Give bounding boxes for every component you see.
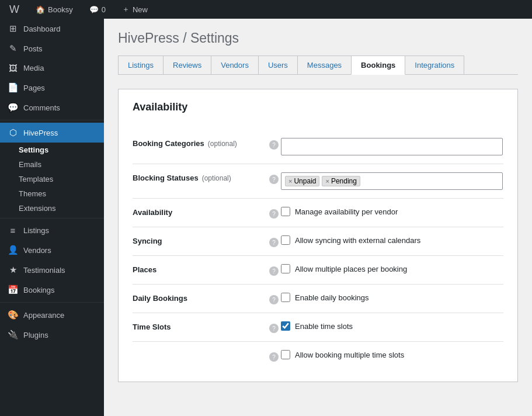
- sidebar-item-dashboard-label: Dashboard: [23, 25, 61, 33]
- sidebar-item-vendors[interactable]: 👤 Vendors: [0, 240, 104, 260]
- places-help-col: ?: [267, 264, 281, 276]
- wp-logo-button[interactable]: W: [5, 0, 24, 19]
- tag-unpaid-remove[interactable]: ×: [288, 178, 292, 185]
- availability-checkbox-row: Manage availability per vendor: [281, 207, 398, 216]
- syncing-checkbox-row: Allow syncing with external calendars: [281, 235, 420, 245]
- sidebar-item-pages[interactable]: 📄 Pages: [0, 78, 104, 98]
- comments-button[interactable]: 💬 0: [85, 0, 110, 19]
- setting-label-syncing: Syncing: [133, 237, 162, 245]
- sidebar-section-appearance: 🎨 Appearance 🔌 Plugins: [0, 302, 104, 345]
- sidebar-item-testimonials[interactable]: ★ Testimonials: [0, 260, 104, 280]
- sidebar-item-bookings[interactable]: 📅 Bookings: [0, 280, 104, 300]
- setting-row-time-slots: Time Slots ? Enable time slots: [133, 313, 503, 342]
- sidebar-item-media-label: Media: [23, 64, 44, 72]
- sidebar-item-posts[interactable]: ✎ Posts: [0, 39, 104, 58]
- sidebar-item-appearance[interactable]: 🎨 Appearance: [0, 305, 104, 325]
- syncing-control: Allow syncing with external calendars: [281, 235, 503, 245]
- availability-checkbox[interactable]: [281, 207, 290, 216]
- appearance-icon: 🎨: [7, 310, 19, 320]
- daily-bookings-checkbox[interactable]: [281, 293, 290, 302]
- time-slots-control: Enable time slots: [281, 321, 503, 331]
- setting-row-availability: Availability ? Manage availability per v…: [133, 199, 503, 227]
- multiple-time-slots-help-icon[interactable]: ?: [269, 352, 279, 362]
- multiple-time-slots-checkbox[interactable]: [281, 350, 290, 359]
- wp-logo-icon: W: [9, 4, 19, 16]
- availability-checkbox-label: Manage availability per vendor: [295, 207, 398, 216]
- multiple-time-slots-help-col: ?: [267, 350, 281, 362]
- listings-icon: ≡: [7, 226, 19, 235]
- posts-icon: ✎: [7, 43, 19, 54]
- daily-bookings-help-icon[interactable]: ?: [269, 295, 279, 304]
- availability-help-icon[interactable]: ?: [269, 209, 279, 219]
- blocking-statuses-control: × Unpaid × Pending: [281, 172, 503, 190]
- sidebar-item-hivepress[interactable]: ⬡ HivePress: [0, 123, 104, 143]
- tag-pending-label: Pending: [331, 177, 357, 185]
- sidebar-subitem-emails[interactable]: Emails: [0, 157, 104, 172]
- site-icon: 🏠: [36, 5, 45, 14]
- sidebar-item-dashboard[interactable]: ⊞ Dashboard: [0, 19, 104, 39]
- syncing-help-icon[interactable]: ?: [269, 238, 279, 247]
- tag-unpaid-label: Unpaid: [294, 177, 316, 185]
- blocking-statuses-tag-input[interactable]: × Unpaid × Pending: [281, 172, 503, 190]
- setting-label-daily-bookings: Daily Bookings: [133, 294, 187, 303]
- tag-pending-remove[interactable]: ×: [325, 178, 329, 185]
- sidebar-item-comments[interactable]: 💬 Comments: [0, 98, 104, 117]
- blocking-statuses-help-col: ?: [267, 172, 281, 184]
- tab-users[interactable]: Users: [258, 56, 298, 74]
- sidebar-section-hivepress: ⬡ HivePress Settings Emails Templates Th…: [0, 120, 104, 216]
- time-slots-help-icon[interactable]: ?: [269, 324, 279, 333]
- blocking-statuses-help-icon[interactable]: ?: [269, 175, 279, 184]
- setting-label-syncing-col: Syncing: [133, 235, 267, 245]
- places-help-icon[interactable]: ?: [269, 266, 279, 276]
- site-name-label: Booksy: [48, 5, 73, 14]
- tabs-bar: Listings Reviews Vendors Users Messages …: [118, 56, 518, 75]
- booking-categories-input[interactable]: [281, 138, 503, 155]
- setting-label-time-slots-col: Time Slots: [133, 321, 267, 331]
- tab-messages[interactable]: Messages: [297, 56, 352, 74]
- time-slots-checkbox[interactable]: [281, 321, 290, 331]
- sidebar-item-listings[interactable]: ≡ Listings: [0, 221, 104, 240]
- tab-vendors[interactable]: Vendors: [211, 56, 259, 74]
- sidebar-item-bookings-label: Bookings: [23, 286, 54, 294]
- site-name-button[interactable]: 🏠 Booksy: [31, 0, 78, 19]
- new-label: New: [133, 5, 148, 14]
- daily-bookings-help-col: ?: [267, 293, 281, 304]
- bookings-icon: 📅: [7, 285, 19, 295]
- sidebar-item-listings-label: Listings: [23, 226, 49, 235]
- syncing-checkbox[interactable]: [281, 235, 290, 245]
- booking-categories-help-icon[interactable]: ?: [269, 140, 279, 150]
- tab-bookings[interactable]: Bookings: [351, 56, 405, 75]
- setting-row-places: Places ? Allow multiple places per booki…: [133, 256, 503, 285]
- places-control: Allow multiple places per booking: [281, 264, 503, 273]
- sidebar-subitem-extensions[interactable]: Extensions: [0, 201, 104, 216]
- setting-label-booking-categories-col: Booking Categories (optional): [133, 138, 267, 148]
- tab-reviews[interactable]: Reviews: [163, 56, 211, 74]
- availability-control: Manage availability per vendor: [281, 207, 503, 216]
- tab-integrations[interactable]: Integrations: [405, 56, 464, 74]
- new-content-button[interactable]: ＋ New: [117, 0, 152, 19]
- plus-icon: ＋: [122, 4, 130, 15]
- sidebar-item-appearance-label: Appearance: [23, 311, 64, 320]
- sidebar-item-hivepress-label: HivePress: [23, 129, 58, 137]
- time-slots-checkbox-row: Enable time slots: [281, 321, 353, 331]
- comments-sidebar-icon: 💬: [7, 102, 19, 113]
- sidebar-subitem-templates[interactable]: Templates: [0, 172, 104, 186]
- daily-bookings-control: Enable daily bookings: [281, 293, 503, 302]
- booking-categories-help-col: ?: [267, 138, 281, 150]
- sidebar-item-media[interactable]: 🖼 Media: [0, 58, 104, 78]
- content-area: HivePress / Settings Listings Reviews Ve…: [104, 19, 532, 416]
- page-title-suffix: Settings: [190, 30, 239, 46]
- sidebar-subitem-themes[interactable]: Themes: [0, 186, 104, 201]
- syncing-help-col: ?: [267, 235, 281, 247]
- places-checkbox-row: Allow multiple places per booking: [281, 264, 407, 273]
- hivepress-icon: ⬡: [7, 127, 19, 138]
- places-checkbox[interactable]: [281, 264, 290, 273]
- setting-label-daily-bookings-col: Daily Bookings: [133, 293, 267, 303]
- sidebar-item-plugins[interactable]: 🔌 Plugins: [0, 325, 104, 345]
- sidebar-item-comments-label: Comments: [23, 103, 60, 112]
- blocking-statuses-optional: (optional): [202, 174, 231, 182]
- tab-listings[interactable]: Listings: [118, 56, 164, 74]
- time-slots-checkbox-label: Enable time slots: [295, 322, 353, 331]
- comments-count: 0: [102, 5, 106, 14]
- sidebar-subitem-settings[interactable]: Settings: [0, 143, 104, 157]
